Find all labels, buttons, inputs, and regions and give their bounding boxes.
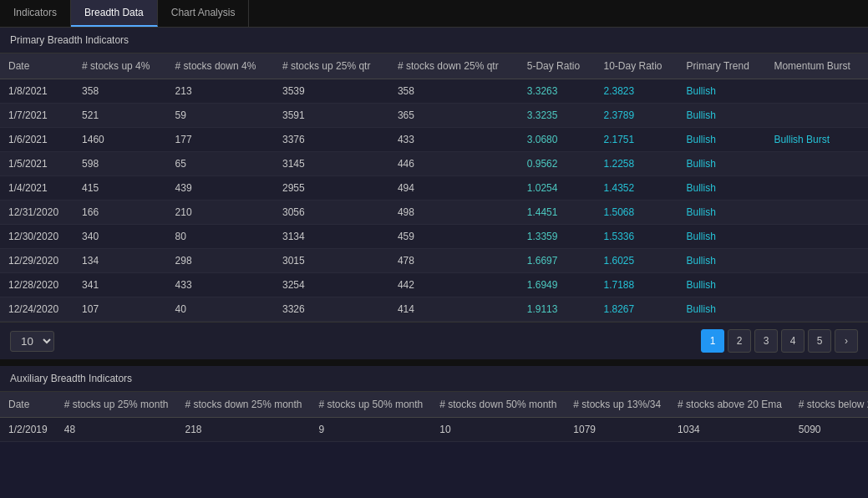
pagination-buttons: 12345› <box>701 329 858 353</box>
auxiliary-table-header: Date# stocks up 25% month# stocks down 2… <box>0 392 868 418</box>
primary-section-title: Primary Breadth Indicators <box>0 28 868 53</box>
pagination-row: 10 25 50 12345› <box>0 322 868 359</box>
primary-table-container: Date # stocks up 4% # stocks down 4% # s… <box>0 53 868 322</box>
primary-table-row: 1/7/20215215935913653.32352.3789Bullish <box>0 104 868 128</box>
auxiliary-table: Date# stocks up 25% month# stocks down 2… <box>0 392 868 442</box>
col-date: Date <box>0 53 74 79</box>
tab-breadth-data[interactable]: Breadth Data <box>71 0 158 27</box>
primary-table: Date # stocks up 4% # stocks down 4% # s… <box>0 53 868 322</box>
primary-table-row: 1/5/20215986531454460.95621.2258Bullish <box>0 152 868 176</box>
aux-col-header: # stocks down 25% month <box>176 392 310 418</box>
col-up4: # stocks up 4% <box>74 53 167 79</box>
aux-col-header: # stocks above 20 Ema <box>669 392 790 418</box>
per-page-wrapper: 10 25 50 <box>10 331 54 352</box>
primary-table-row: 12/29/202013429830154781.66971.6025Bulli… <box>0 249 868 273</box>
primary-table-row: 12/28/202034143332544421.69491.7188Bulli… <box>0 273 868 297</box>
col-trend: Primary Trend <box>678 53 766 79</box>
primary-table-header: Date # stocks up 4% # stocks down 4% # s… <box>0 53 868 79</box>
next-page-button[interactable]: › <box>835 329 858 353</box>
tab-indicators[interactable]: Indicators <box>0 0 71 27</box>
page-4-button[interactable]: 4 <box>781 329 805 353</box>
col-burst: Momentum Burst <box>765 53 868 79</box>
col-up25q: # stocks up 25% qtr <box>274 53 389 79</box>
page-2-button[interactable]: 2 <box>728 329 751 353</box>
top-navigation: Indicators Breadth Data Chart Analysis <box>0 0 868 28</box>
primary-table-row: 1/4/202141543929554941.02541.4352Bullish <box>0 176 868 201</box>
per-page-select[interactable]: 10 25 50 <box>10 331 54 352</box>
page-3-button[interactable]: 3 <box>754 329 778 353</box>
primary-table-row: 1/8/202135821335393583.32632.3823Bullish <box>0 79 868 104</box>
page-5-button[interactable]: 5 <box>808 329 831 353</box>
aux-col-header: Date <box>0 392 56 418</box>
col-down4: # stocks down 4% <box>167 53 274 79</box>
auxiliary-table-row: 1/2/201948218910107910345090131561431034… <box>0 418 868 442</box>
primary-table-row: 1/6/2021146017733764333.06802.1751Bullis… <box>0 128 868 152</box>
col-ratio5: 5-Day Ratio <box>519 53 596 79</box>
col-ratio10: 10-Day Ratio <box>595 53 678 79</box>
page-1-button[interactable]: 1 <box>701 329 724 353</box>
primary-table-row: 12/30/20203408031344591.33591.5336Bullis… <box>0 225 868 249</box>
aux-col-header: # stocks up 13%/34 <box>565 392 669 418</box>
primary-table-row: 12/24/20201074033264141.91131.8267Bullis… <box>0 297 868 322</box>
auxiliary-table-container: Date# stocks up 25% month# stocks down 2… <box>0 392 868 442</box>
aux-col-header: # stocks down 50% month <box>431 392 565 418</box>
auxiliary-section-title: Auxiliary Breadth Indicators <box>0 366 868 392</box>
primary-table-row: 12/31/202016621030564981.44511.5068Bulli… <box>0 201 868 225</box>
aux-col-header: # stocks below 20 Ema <box>790 392 868 418</box>
col-down25q: # stocks down 25% qtr <box>389 53 519 79</box>
tab-chart-analysis[interactable]: Chart Analysis <box>158 0 250 27</box>
aux-col-header: # stocks up 25% month <box>56 392 177 418</box>
aux-col-header: # stocks up 50% month <box>311 392 432 418</box>
